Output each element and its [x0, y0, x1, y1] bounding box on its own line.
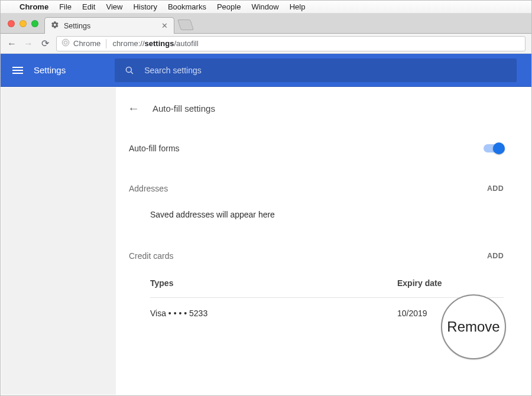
window-minimize-button[interactable]	[20, 20, 27, 27]
card-label: Visa • • • • 5233	[150, 309, 397, 318]
menubar-app[interactable]: Chrome	[20, 2, 48, 11]
svg-point-2	[126, 67, 132, 72]
menubar-file[interactable]: File	[59, 2, 72, 11]
toggle-knob	[493, 142, 505, 154]
menu-icon[interactable]	[12, 67, 23, 74]
omnibox-separator: │	[104, 39, 109, 48]
menubar-edit[interactable]: Edit	[82, 2, 95, 11]
new-tab-button[interactable]	[177, 20, 194, 30]
window-controls	[1, 20, 44, 33]
omnibox-scheme: Chrome	[73, 39, 100, 48]
cards-table-header: Types Expiry date	[129, 261, 504, 294]
omnibox-url: chrome://settings/autofill	[112, 39, 198, 48]
menubar-view[interactable]: View	[106, 2, 122, 11]
browser-toolbar: ← → ⟳ Chrome │ chrome://settings/autofil…	[1, 34, 531, 54]
settings-body: ← Auto-fill settings Auto-fill forms Add…	[1, 87, 531, 395]
browser-tab-settings[interactable]: Settings ✕	[44, 17, 174, 34]
menubar-window[interactable]: Window	[251, 2, 278, 11]
chrome-logo-icon	[61, 38, 70, 48]
settings-appbar: Settings	[1, 54, 531, 87]
window-zoom-button[interactable]	[31, 20, 38, 27]
cards-add-button[interactable]: ADD	[487, 252, 504, 260]
remove-callout[interactable]: Remove	[441, 294, 506, 359]
page-title: Auto-fill settings	[153, 103, 215, 113]
mac-menubar: Chrome File Edit View History Bookmarks …	[1, 1, 531, 14]
settings-search-input[interactable]	[144, 66, 507, 75]
menubar-bookmarks[interactable]: Bookmarks	[168, 2, 206, 11]
cards-header: Credit cards ADD	[129, 219, 504, 261]
col-types: Types	[150, 278, 397, 288]
window-close-button[interactable]	[8, 20, 15, 27]
menubar-help[interactable]: Help	[290, 2, 306, 11]
autofill-forms-toggle[interactable]	[484, 144, 504, 152]
content: Auto-fill forms Addresses ADD Saved addr…	[116, 129, 531, 318]
search-icon	[124, 65, 135, 76]
settings-card: ← Auto-fill settings Auto-fill forms Add…	[116, 87, 531, 395]
svg-line-3	[131, 72, 133, 74]
nav-forward-button: →	[23, 38, 34, 49]
addresses-heading: Addresses	[129, 184, 168, 193]
addresses-header: Addresses ADD	[129, 157, 504, 193]
addresses-empty: Saved addresses will appear here	[129, 193, 504, 219]
svg-point-1	[64, 41, 67, 44]
menubar-history[interactable]: History	[133, 2, 157, 11]
gear-icon	[51, 21, 59, 31]
autofill-forms-row: Auto-fill forms	[129, 129, 504, 157]
menubar-people[interactable]: People	[217, 2, 241, 11]
window-frame: { "menubar": { "app": "Chrome", "items":…	[0, 0, 532, 396]
col-expiry: Expiry date	[397, 278, 504, 288]
back-arrow-icon[interactable]: ←	[128, 102, 140, 115]
autofill-forms-label: Auto-fill forms	[129, 144, 180, 153]
omnibox[interactable]: Chrome │ chrome://settings/autofill	[56, 36, 525, 51]
page-header-row: ← Auto-fill settings	[116, 87, 531, 129]
tab-close-icon[interactable]: ✕	[161, 21, 168, 30]
settings-search[interactable]	[115, 59, 517, 82]
nav-back-button[interactable]: ←	[7, 38, 17, 49]
tab-title: Settings	[64, 22, 90, 30]
cards-heading: Credit cards	[129, 251, 173, 261]
sidebar	[1, 87, 116, 395]
settings-title: Settings	[34, 65, 66, 75]
nav-reload-button[interactable]: ⟳	[40, 38, 50, 49]
tab-strip: Settings ✕	[1, 14, 531, 34]
addresses-add-button[interactable]: ADD	[487, 184, 504, 193]
